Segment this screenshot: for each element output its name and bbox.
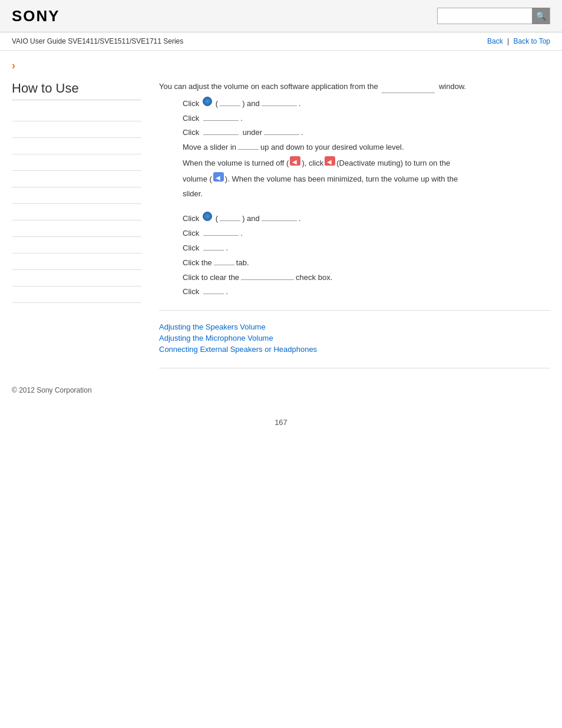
sidebar: How to Use (12, 75, 141, 374)
s2-step2-label: Click (183, 228, 199, 240)
s2-step5-blank (241, 279, 294, 280)
step3-end: . (301, 127, 303, 139)
s2-step1-label: Click (183, 213, 199, 225)
step4-mid: up and down to your desired volume level… (260, 141, 404, 154)
step5-end: (Deactivate muting) to turn on the (336, 157, 450, 170)
s2-step1-line: Click ( ) and . (159, 212, 550, 225)
section-divider-1 (159, 310, 550, 311)
step7-text: slider. (183, 188, 203, 200)
s2-step3-end: . (226, 242, 228, 255)
mute-icon-2 (325, 156, 335, 166)
s2-step1-and: ) and (242, 213, 260, 225)
intro-blank (382, 93, 435, 93)
s2-step4-line: Click the tab. (159, 257, 550, 269)
step7-line: slider. (159, 188, 550, 200)
nav-bar: VAIO User Guide SVE1411/SVE1511/SVE1711 … (0, 32, 562, 51)
step1-blank2 (262, 106, 297, 106)
step1-paren: ( (213, 98, 218, 110)
s2-step4-blank (214, 265, 234, 265)
step2-label: Click (183, 113, 199, 125)
nav-separator: | (507, 37, 509, 45)
content-area: You can adjust the volume on each softwa… (159, 75, 550, 374)
step4-blank (238, 149, 259, 150)
breadcrumb-arrow: › (12, 60, 15, 71)
page-footer: © 2012 Sony Corporation (0, 374, 562, 406)
sidebar-item-4[interactable] (12, 154, 141, 171)
globe-icon-2 (203, 212, 212, 221)
s2-step6-label: Click (183, 286, 199, 298)
step5-line: When the volume is turned off ( ), click… (159, 156, 550, 170)
s2-step1-end: . (299, 213, 301, 225)
s2-step2-blank (203, 235, 239, 236)
s2-step3-line: Click . (159, 242, 550, 255)
sidebar-item-6[interactable] (12, 187, 141, 204)
section-divider-2 (159, 368, 550, 368)
sidebar-item-9[interactable] (12, 237, 141, 253)
s2-step1-blank (220, 220, 240, 221)
sidebar-title: How to Use (12, 81, 141, 100)
step1-end: . (299, 98, 301, 110)
step1-blank (220, 106, 240, 106)
sidebar-item-12[interactable] (12, 286, 141, 303)
intro-start: You can adjust the volume on each softwa… (159, 82, 378, 91)
s2-step2-end: . (240, 228, 243, 240)
step3-blank2 (264, 134, 299, 135)
sidebar-item-1[interactable] (12, 105, 141, 121)
related-link-1[interactable]: Adjusting the Speakers Volume (159, 322, 550, 331)
sidebar-item-2[interactable] (12, 121, 141, 138)
step1-label: Click (183, 98, 199, 110)
section1-block: Click ( ) and . Click . Click under . (159, 97, 550, 200)
main-content: How to Use You can adjust the volume on … (0, 75, 562, 374)
s2-step6-line: Click . (159, 286, 550, 298)
s2-step4-end: tab. (236, 257, 249, 269)
sidebar-item-8[interactable] (12, 220, 141, 237)
back-to-top-link[interactable]: Back to Top (514, 37, 550, 45)
step3-blank (203, 134, 239, 135)
sidebar-item-7[interactable] (12, 204, 141, 220)
step6-line: volume ( ). When the volume has been min… (159, 172, 550, 186)
s2-step5-start: Click to clear the (183, 272, 239, 284)
back-link[interactable]: Back (487, 37, 503, 45)
step2-line: Click . (159, 113, 550, 125)
search-box: 🔍 (437, 8, 550, 24)
intro-text: You can adjust the volume on each softwa… (159, 81, 550, 93)
step5-start: When the volume is turned off ( (183, 157, 289, 170)
related-link-3[interactable]: Connecting External Speakers or Headphon… (159, 345, 550, 354)
copyright-text: © 2012 Sony Corporation (12, 386, 92, 394)
step1-line: Click ( ) and . (159, 97, 550, 110)
s2-step6-end: . (226, 286, 228, 298)
step4-line: Move a slider in up and down to your des… (159, 141, 550, 154)
intro-end: window. (439, 82, 466, 91)
step3-label: Click (183, 127, 199, 139)
related-link-2[interactable]: Adjusting the Microphone Volume (159, 334, 550, 342)
s2-step1-paren: ( (213, 213, 218, 225)
search-input[interactable] (438, 8, 532, 24)
sidebar-item-5[interactable] (12, 171, 141, 187)
step3-line: Click under . (159, 127, 550, 139)
s2-step6-blank (203, 294, 224, 294)
sidebar-item-11[interactable] (12, 270, 141, 286)
step4-start: Move a slider in (183, 141, 236, 154)
step6-start: volume ( (183, 173, 212, 186)
step2-end: . (240, 113, 243, 125)
step3-under: under (240, 127, 262, 139)
sony-logo: SONY (12, 7, 60, 25)
search-button[interactable]: 🔍 (532, 8, 550, 24)
s2-step2-line: Click . (159, 228, 550, 240)
sidebar-item-3[interactable] (12, 138, 141, 154)
section2-block: Click ( ) and . Click . Click . Click th… (159, 212, 550, 298)
page-header: SONY 🔍 (0, 0, 562, 32)
related-links: Adjusting the Speakers Volume Adjusting … (159, 319, 550, 362)
sidebar-item-10[interactable] (12, 253, 141, 270)
nav-links: Back | Back to Top (487, 37, 550, 45)
s2-step1-blank2 (262, 220, 297, 221)
step6-mid: ). When the volume has been minimized, t… (225, 173, 458, 186)
s2-step4-start: Click the (183, 257, 212, 269)
globe-icon-1 (203, 97, 212, 106)
page-number: 167 (0, 406, 562, 439)
s2-step5-line: Click to clear the check box. (159, 272, 550, 284)
step2-blank (203, 120, 239, 121)
s2-step3-label: Click (183, 242, 199, 255)
s2-step3-blank (203, 250, 224, 251)
breadcrumb-section: › (0, 51, 562, 75)
